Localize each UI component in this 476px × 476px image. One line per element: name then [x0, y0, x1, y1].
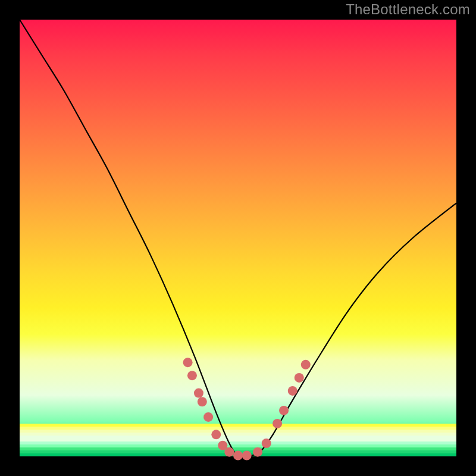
curve-marker — [301, 360, 311, 369]
curve-marker — [187, 371, 197, 380]
curve-marker — [194, 389, 203, 398]
curve-marker — [279, 406, 289, 415]
curve-marker — [198, 397, 207, 406]
watermark-text: TheBottleneck.com — [346, 1, 470, 18]
curve-marker — [273, 419, 282, 428]
curve-marker — [253, 447, 262, 457]
curve-marker — [288, 386, 298, 396]
curve-marker — [295, 373, 304, 383]
curve-marker — [203, 412, 213, 422]
curve-marker — [233, 451, 243, 461]
curve-marker — [211, 430, 221, 439]
curve-marker — [224, 447, 234, 457]
bottleneck-curve — [20, 20, 456, 458]
curve-svg — [20, 20, 456, 456]
curve-marker — [183, 358, 193, 367]
curve-marker — [262, 439, 271, 448]
chart-container: TheBottleneck.com — [0, 0, 476, 476]
curve-marker — [242, 451, 252, 461]
curve-markers — [183, 358, 311, 460]
plot-area — [20, 20, 456, 456]
